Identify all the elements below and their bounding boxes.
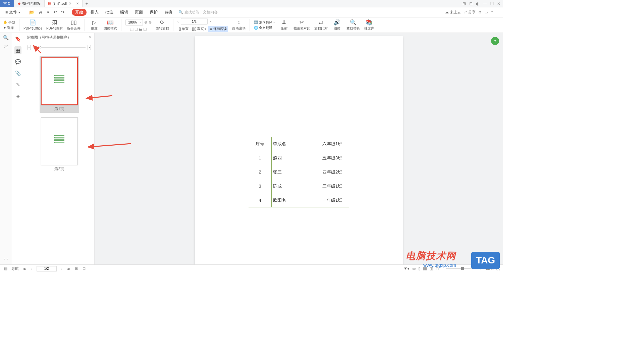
ribbon-tab-edit[interactable]: 编辑 [117,9,131,16]
view-mode-2-icon[interactable]: ▯ [418,266,420,271]
print-icon[interactable]: ▾ [46,9,51,15]
rotate[interactable]: ⟳旋转文档 [156,19,169,31]
transform-tool-icon[interactable]: ⇄ [4,44,8,49]
zoom-in-icon[interactable]: ⊕ [149,20,152,24]
new-tab-button[interactable]: + [83,0,91,7]
status-page-input[interactable] [37,266,57,271]
zoom-slider[interactable] [446,268,476,269]
view-mode-1-icon[interactable]: ▭ [412,266,416,271]
nav-label[interactable]: 导航 [11,266,19,271]
zoom-fit-icon[interactable]: ◻ [436,266,439,271]
thumbnail-page-2[interactable]: 第2页 [41,117,78,171]
thumbnail-tab-icon[interactable]: ▦ [14,46,21,54]
word-translate[interactable]: 🔤划词翻译▾ [254,20,275,25]
large-thumb-icon[interactable]: ▪ [88,45,91,50]
cloud-status[interactable]: ☁ 未上云 [445,10,461,15]
search-tool-icon[interactable]: 🔍 [3,35,9,40]
continuous-view[interactable]: ≣连续阅读 [208,26,228,32]
zoom-out-status-icon[interactable]: − [441,267,443,271]
comment-tab-icon[interactable]: 💬 [14,58,22,66]
window-close-icon[interactable]: ✕ [497,1,500,6]
settings-icon[interactable]: ⚙ [478,10,482,14]
split-merge[interactable]: ▯▯拆分合并 [67,19,80,31]
thumbnail-size-slider[interactable]: ▫ ▪ [24,42,94,53]
apps-icon[interactable]: ⊡ [469,1,473,6]
open-icon[interactable]: 📂 [28,9,36,15]
more-tools-icon[interactable]: ⋯ [4,256,8,262]
fit2-icon[interactable]: ⊡ [82,266,86,271]
text-compare[interactable]: ⇄文档比对 [314,19,328,31]
zoom-input[interactable]: ▾ [125,19,143,26]
attachment-tab-icon[interactable]: 📎 [14,69,22,77]
reading-mode[interactable]: 📖阅读模式 [104,19,117,31]
double-page-icon: ▯▯ [192,27,197,31]
double-page-view[interactable]: ▯▯双页▾ [191,26,207,32]
prev-page-icon[interactable]: ‹ [31,267,33,271]
ribbon-tab-start[interactable]: 开始 [72,9,87,16]
read-aloud[interactable]: 🔊朗读 [332,19,342,31]
ribbon-tab-annotate[interactable]: 批注 [103,9,116,16]
eye-icon[interactable]: 👁▾ [404,266,410,271]
hand-tool[interactable]: ✋手型 [3,20,15,25]
thumbnail-page-1[interactable]: 第1页 [40,56,79,113]
ribbon-tab-insert[interactable]: 插入 [88,9,101,16]
single-page-view[interactable]: ▯单页 [177,26,190,32]
search-library[interactable]: 📚搜文库 [364,19,375,31]
tab-file-active[interactable]: ▤ 姓名.pdf ⟳ ✕ [45,0,83,7]
fullscreen-icon[interactable]: ⛶ [496,267,500,271]
pdf-to-office[interactable]: 📄PDF转Office [23,19,42,31]
ribbon-tab-page[interactable]: 页面 [132,9,146,16]
zoom-in-status-icon[interactable]: + [479,267,481,271]
zoom-percent[interactable]: 100% [484,267,493,271]
play[interactable]: ▷播放 [89,19,100,31]
screenshot-compare[interactable]: ✂截图和对比 [293,19,310,31]
fit-height-icon[interactable]: ⬓ [139,27,142,31]
pdf-to-image[interactable]: 🖼PDF转图片 [46,19,63,31]
layers-tab-icon[interactable]: ◈ [15,92,21,100]
panel-icon[interactable]: ▭ [484,10,488,14]
floating-action-button[interactable]: ✦ [491,37,499,45]
auto-scroll[interactable]: ↕自动滚动 [232,19,246,31]
bookmark-tab-icon[interactable]: 🔖 [14,35,22,43]
fit-icon[interactable]: ⊞ [74,266,78,271]
share-button[interactable]: ↗ 分享 [464,10,476,15]
undo-icon[interactable]: ↶ [52,9,58,15]
actual-size-icon[interactable]: ◫ [143,27,147,31]
save-icon[interactable]: 🖨 [37,9,44,15]
redo-icon[interactable]: ↷ [60,9,66,15]
next-page-icon[interactable]: › [60,267,63,271]
layout-icon[interactable]: ⊞ [463,1,466,6]
small-thumb-icon[interactable]: ▫ [28,45,31,50]
minimize-icon[interactable]: — [483,1,487,6]
restore-icon[interactable]: ❐ [490,1,494,6]
more-icon[interactable]: ⋮ [496,10,500,14]
next-page[interactable]: › [210,19,211,24]
view-mode-4-icon[interactable]: ◫ [430,266,433,271]
find-replace[interactable]: 🔍查找替换 [346,19,360,31]
signature-tab-icon[interactable]: ✎ [15,81,21,89]
zoom-out-icon[interactable]: ⊖ [144,20,147,24]
fit-width-icon[interactable]: ⬚ [130,27,133,31]
ribbon-tab-convert[interactable]: 转换 [162,9,175,16]
function-search[interactable]: 🔍 查找功能、文档内容 [176,9,220,15]
file-menu[interactable]: ≡ 文件 ▾ [3,9,22,16]
fit-page-icon[interactable]: ▢ [135,27,138,31]
full-translate[interactable]: 🌐全文翻译 [254,26,275,30]
prev-page[interactable]: ‹ [177,19,179,24]
tab-template[interactable]: ◆ 找稻壳模板 [14,0,45,7]
panel-close-icon[interactable]: ✕ [89,35,92,40]
account-icon[interactable]: ◐ [476,1,479,6]
select-tool[interactable]: ➤选择 [3,26,15,30]
ribbon-tab-protect[interactable]: 保护 [147,9,160,16]
tab-home[interactable]: 首页 [0,0,14,7]
page-number-input[interactable] [181,18,208,25]
pin-icon[interactable]: ⟳ [69,2,71,5]
compress[interactable]: ⇊压缩 [279,19,289,31]
nav-panel-icon[interactable]: ▤ [3,266,8,271]
tab-close-icon[interactable]: ✕ [76,2,79,5]
collapse-icon[interactable]: ⌃ [490,10,493,14]
view-mode-3-icon[interactable]: ▯▯ [423,266,427,271]
last-page-icon[interactable]: ⏭ [66,267,71,271]
document-canvas[interactable]: 序号 李成名 六年级1班 1赵四五年级3班 2张三四年级2班 3陈成三年级1班 … [95,33,503,264]
first-page-icon[interactable]: ⏮ [22,267,27,271]
